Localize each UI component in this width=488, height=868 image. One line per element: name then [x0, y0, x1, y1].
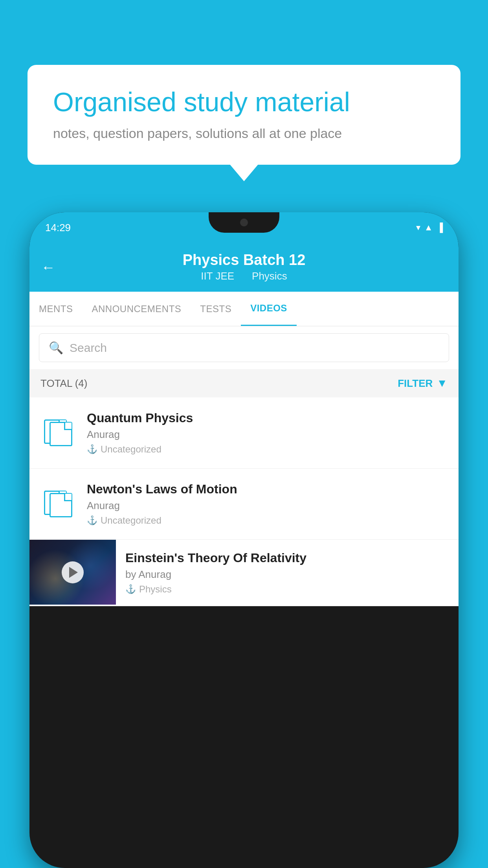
- tab-bar: MENTS ANNOUNCEMENTS TESTS VIDEOS: [29, 292, 459, 326]
- play-triangle-icon: [69, 567, 78, 578]
- filter-button[interactable]: FILTER ▼: [398, 377, 448, 390]
- video-tag: ⚓ Physics: [125, 584, 449, 595]
- tag-label: Physics: [139, 584, 172, 595]
- subtitle-physics: Physics: [252, 270, 287, 282]
- app-header: ← Physics Batch 12 IIT JEE Physics: [29, 243, 459, 292]
- video-title: Quantum Physics: [87, 411, 448, 425]
- doc-front: [50, 493, 72, 517]
- file-icon-container: [40, 491, 76, 517]
- camera-dot: [240, 219, 248, 226]
- tab-tests[interactable]: TESTS: [191, 292, 241, 326]
- status-time: 14:29: [45, 222, 71, 234]
- speech-bubble-section: Organised study material notes, question…: [28, 65, 460, 165]
- search-bar[interactable]: 🔍 Search: [39, 333, 449, 362]
- video-info: Einstein's Theory Of Relativity by Anura…: [116, 540, 459, 606]
- video-author: by Anurag: [125, 568, 449, 581]
- tag-label: Uncategorized: [101, 444, 161, 455]
- list-item[interactable]: Quantum Physics Anurag ⚓ Uncategorized: [29, 397, 459, 469]
- video-author: Anurag: [87, 500, 448, 512]
- phone-mockup: 14:29 ▾ ▲ ▐ ← Physics Batch 12 IIT JEE P…: [29, 212, 459, 868]
- search-container: 🔍 Search: [29, 326, 459, 369]
- video-tag: ⚓ Uncategorized: [87, 515, 448, 526]
- app-title: Physics Batch 12: [183, 252, 306, 268]
- filter-label: FILTER: [398, 377, 433, 390]
- header-center: Physics Batch 12 IIT JEE Physics: [183, 252, 306, 282]
- play-button[interactable]: [62, 561, 84, 583]
- tab-videos[interactable]: VIDEOS: [241, 292, 297, 326]
- bubble-title: Organised study material: [53, 86, 435, 117]
- video-info: Quantum Physics Anurag ⚓ Uncategorized: [87, 411, 448, 455]
- status-bar: 14:29 ▾ ▲ ▐: [29, 212, 459, 243]
- search-icon: 🔍: [49, 341, 63, 355]
- total-count: TOTAL (4): [40, 377, 87, 390]
- tag-icon: ⚓: [87, 444, 97, 454]
- status-icons: ▾ ▲ ▐: [416, 223, 443, 233]
- video-thumbnail: [29, 540, 116, 605]
- filter-bar: TOTAL (4) FILTER ▼: [29, 369, 459, 397]
- video-author: Anurag: [87, 428, 448, 441]
- tag-icon: ⚓: [87, 515, 97, 526]
- subtitle-iit-jee: IIT JEE: [201, 270, 234, 282]
- battery-icon: ▐: [437, 223, 443, 233]
- video-title: Einstein's Theory Of Relativity: [125, 551, 449, 565]
- signal-icon: ▲: [424, 223, 433, 233]
- document-icon: [44, 491, 72, 517]
- video-list: Quantum Physics Anurag ⚓ Uncategorized N…: [29, 397, 459, 606]
- tab-announcements[interactable]: ANNOUNCEMENTS: [83, 292, 191, 326]
- video-info: Newton's Laws of Motion Anurag ⚓ Uncateg…: [87, 482, 448, 526]
- tag-label: Uncategorized: [101, 515, 161, 526]
- bubble-subtitle: notes, question papers, solutions all at…: [53, 126, 435, 141]
- document-icon: [44, 419, 72, 446]
- wifi-icon: ▾: [416, 223, 420, 233]
- search-placeholder: Search: [70, 341, 107, 355]
- filter-funnel-icon: ▼: [437, 377, 448, 390]
- video-tag: ⚓ Uncategorized: [87, 444, 448, 455]
- list-item[interactable]: Newton's Laws of Motion Anurag ⚓ Uncateg…: [29, 469, 459, 540]
- tab-ments[interactable]: MENTS: [29, 292, 83, 326]
- tag-icon: ⚓: [125, 584, 136, 594]
- list-item[interactable]: Einstein's Theory Of Relativity by Anura…: [29, 540, 459, 606]
- speech-bubble: Organised study material notes, question…: [28, 65, 460, 165]
- phone-notch: [209, 212, 279, 233]
- doc-front: [50, 422, 72, 446]
- video-title: Newton's Laws of Motion: [87, 482, 448, 497]
- file-icon-container: [40, 419, 76, 446]
- app-subtitle: IIT JEE Physics: [183, 270, 306, 282]
- back-button[interactable]: ←: [41, 259, 55, 276]
